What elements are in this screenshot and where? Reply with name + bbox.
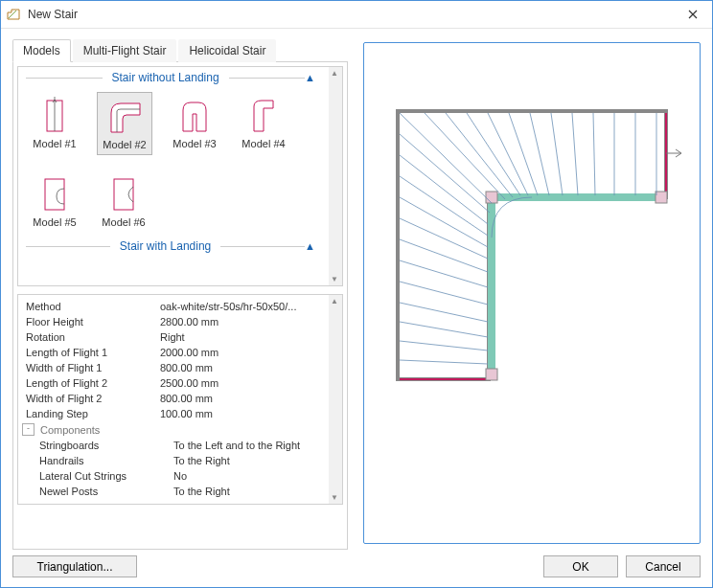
- model-item-3[interactable]: Model #3: [168, 92, 221, 155]
- stair-preview: [363, 42, 701, 544]
- prop-row-newel-posts[interactable]: Newel Posts To the Right: [18, 484, 342, 499]
- tab-helicoidal[interactable]: Helicoidal Stair: [178, 39, 276, 62]
- properties-scrollbar[interactable]: [329, 295, 342, 504]
- section-header-no-landing: Stair without Landing ▲: [22, 69, 338, 86]
- prop-value: To the Right: [173, 455, 325, 466]
- prop-value: No: [173, 470, 325, 482]
- model-item-6[interactable]: Model #6: [97, 170, 150, 232]
- close-button[interactable]: [678, 5, 708, 24]
- properties-panel: Method oak-white/str-50s/hr-50x50/... Fl…: [17, 294, 343, 505]
- svg-rect-2: [114, 179, 133, 210]
- prop-key: Landing Step: [26, 408, 160, 419]
- svg-line-12: [530, 113, 549, 195]
- model-label: Model #2: [103, 139, 146, 150]
- prop-value: Right: [160, 331, 325, 343]
- svg-line-16: [446, 113, 513, 197]
- svg-line-28: [400, 322, 488, 337]
- prop-row-stringboards[interactable]: Stringboards To the Left and to the Righ…: [18, 438, 342, 453]
- model-thumb-1: [32, 96, 78, 136]
- prop-key: Method: [26, 301, 160, 312]
- prop-value: 800.00 mm: [160, 393, 325, 404]
- titlebar: New Stair: [1, 1, 712, 29]
- svg-rect-3: [486, 192, 497, 203]
- section-label: Stair without Landing: [103, 71, 229, 84]
- prop-key: Lateral Cut Strings: [39, 470, 173, 482]
- prop-key: Rotation: [26, 331, 160, 343]
- model-label: Model #6: [102, 216, 145, 228]
- svg-line-10: [572, 113, 578, 195]
- left-column: Models Multi-Flight Stair Helicoidal Sta…: [12, 38, 348, 550]
- model-label: Model #3: [172, 138, 216, 149]
- svg-line-11: [551, 113, 563, 195]
- svg-line-17: [425, 113, 505, 199]
- tab-multi-flight[interactable]: Multi-Flight Stair: [73, 39, 177, 62]
- model-item-4[interactable]: Model #4: [237, 92, 290, 155]
- model-thumb-3: [172, 96, 218, 136]
- content-area: Models Multi-Flight Stair Helicoidal Sta…: [1, 29, 712, 550]
- section-header-with-landing: Stair with Landing ▲: [22, 237, 338, 255]
- prop-value: 100.00 mm: [160, 408, 325, 419]
- tab-models[interactable]: Models: [12, 39, 71, 62]
- prop-value: To the Right: [173, 486, 325, 497]
- svg-line-13: [509, 113, 538, 195]
- prop-row-handrails[interactable]: Handrails To the Right: [18, 453, 342, 468]
- model-thumb-5: [32, 174, 78, 215]
- stair-preview-svg: [379, 92, 685, 494]
- window-title: New Stair: [28, 8, 678, 21]
- prop-key: Newel Posts: [39, 486, 173, 497]
- model-item-2[interactable]: Model #2: [97, 92, 152, 155]
- models-scrollbar[interactable]: [329, 67, 342, 285]
- model-thumb-6: [101, 174, 147, 215]
- svg-line-21: [400, 176, 488, 236]
- prop-value: 2500.00 mm: [160, 377, 325, 389]
- prop-row-landing-step[interactable]: Landing Step 100.00 mm: [18, 406, 342, 421]
- svg-line-23: [400, 218, 488, 259]
- svg-line-18: [400, 113, 492, 203]
- section-collapse-icon[interactable]: ▲: [305, 240, 321, 252]
- prop-value: 2800.00 mm: [160, 316, 325, 328]
- model-thumb-2: [102, 97, 148, 137]
- prop-row-length-f1[interactable]: Length of Flight 1 2000.00 mm: [18, 345, 342, 360]
- prop-key: Width of Flight 2: [26, 393, 160, 404]
- model-item-1[interactable]: Model #1: [28, 92, 81, 155]
- tab-bar: Models Multi-Flight Stair Helicoidal Sta…: [12, 38, 348, 62]
- prop-key: Width of Flight 1: [26, 362, 160, 373]
- prop-value: 800.00 mm: [160, 362, 325, 373]
- prop-key: Floor Height: [26, 316, 160, 328]
- models-panel: Stair without Landing ▲ Model #1: [12, 62, 348, 550]
- prop-row-length-f2[interactable]: Length of Flight 2 2500.00 mm: [18, 375, 342, 391]
- models-grid: Model #1 Model #2 Model: [22, 86, 338, 237]
- svg-rect-1: [45, 179, 64, 210]
- svg-line-25: [400, 260, 488, 287]
- section-collapse-icon[interactable]: ▲: [305, 72, 321, 83]
- app-icon: [5, 6, 22, 23]
- ok-button[interactable]: OK: [543, 555, 618, 577]
- prop-group-components[interactable]: - Components: [18, 421, 342, 438]
- prop-row-floor-height[interactable]: Floor Height 2800.00 mm: [18, 314, 342, 329]
- prop-value: 2000.00 mm: [160, 347, 325, 358]
- prop-key: Length of Flight 1: [26, 347, 160, 358]
- model-thumb-4: [241, 96, 287, 136]
- prop-row-width-f1[interactable]: Width of Flight 1 800.00 mm: [18, 360, 342, 375]
- prop-row-method[interactable]: Method oak-white/str-50s/hr-50x50/...: [18, 299, 342, 314]
- model-label: Model #4: [242, 138, 285, 149]
- svg-line-9: [593, 113, 595, 195]
- svg-line-26: [400, 282, 488, 305]
- svg-line-29: [400, 341, 488, 351]
- close-icon: [688, 10, 698, 19]
- triangulation-button[interactable]: Triangulation...: [12, 555, 137, 577]
- svg-rect-5: [486, 369, 497, 380]
- svg-line-27: [400, 303, 488, 322]
- prop-key: Handrails: [39, 455, 173, 466]
- group-toggle-icon[interactable]: -: [22, 423, 34, 436]
- prop-value: To the Left and to the Right: [173, 440, 325, 451]
- prop-row-width-f2[interactable]: Width of Flight 2 800.00 mm: [18, 391, 342, 406]
- model-item-5[interactable]: Model #5: [28, 170, 81, 232]
- prop-row-lateral-cut[interactable]: Lateral Cut Strings No: [18, 468, 342, 484]
- svg-line-30: [400, 360, 488, 364]
- cancel-button[interactable]: Cancel: [626, 555, 701, 577]
- model-label: Model #5: [33, 216, 76, 228]
- prop-row-rotation[interactable]: Rotation Right: [18, 329, 342, 345]
- prop-key: Length of Flight 2: [26, 377, 160, 389]
- button-bar: Triangulation... OK Cancel: [1, 550, 712, 587]
